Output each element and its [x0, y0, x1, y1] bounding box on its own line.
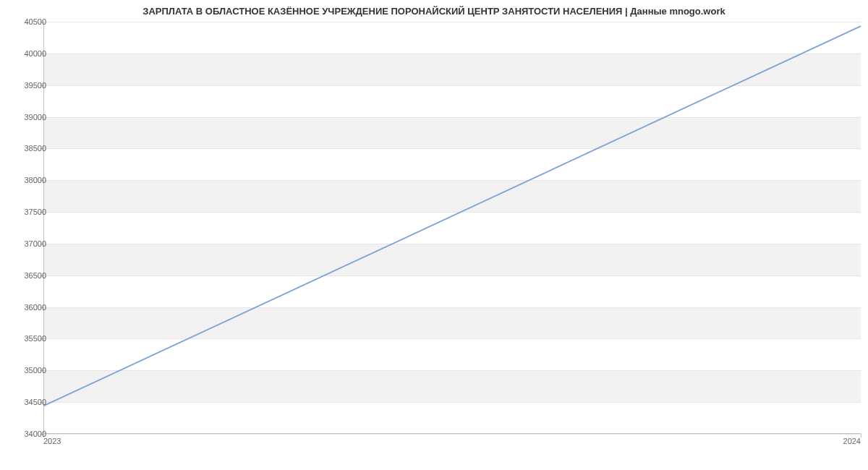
y-tick-label: 35000 — [10, 366, 46, 375]
x-tick-label: 2024 — [843, 437, 861, 445]
y-tick-label: 38000 — [10, 176, 46, 184]
y-tick-label: 36000 — [10, 303, 46, 312]
y-tick-label: 39000 — [10, 113, 46, 121]
y-tick-label: 40000 — [10, 49, 46, 58]
y-tick-label: 39500 — [10, 81, 46, 90]
chart-title: ЗАРПЛАТА В ОБЛАСТНОЕ КАЗЁННОЕ УЧРЕЖДЕНИЕ… — [0, 6, 868, 17]
y-tick-label: 38500 — [10, 144, 46, 153]
y-tick-label: 37500 — [10, 208, 46, 216]
y-tick-label: 34500 — [10, 398, 46, 406]
chart-plot-area — [43, 22, 861, 434]
y-tick-label: 40500 — [10, 17, 46, 26]
data-line — [43, 22, 861, 434]
y-tick-label: 34000 — [10, 430, 46, 438]
x-tick-label: 2023 — [43, 437, 61, 445]
svg-line-0 — [43, 26, 861, 406]
y-tick-label: 37000 — [10, 239, 46, 248]
y-gridline — [43, 434, 861, 435]
y-tick-label: 35500 — [10, 334, 46, 343]
y-tick-label: 36500 — [10, 271, 46, 280]
x-tick-mark — [861, 434, 861, 437]
